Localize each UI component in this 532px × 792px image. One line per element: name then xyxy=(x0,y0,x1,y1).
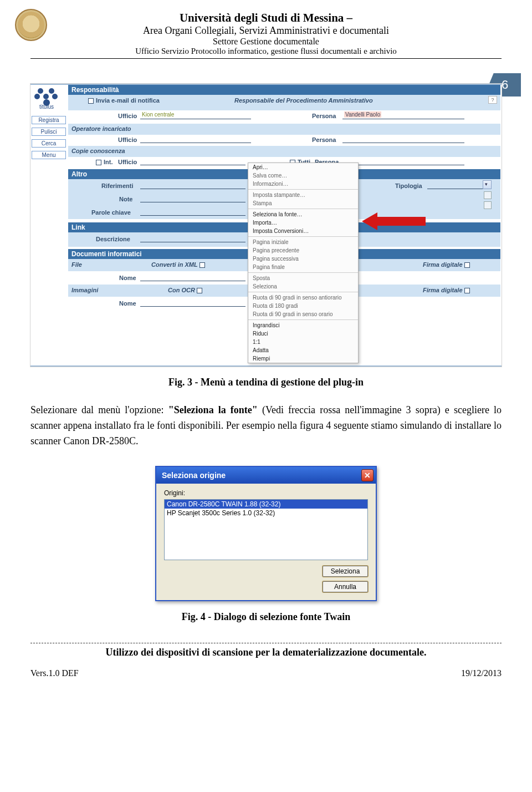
label-copie: Copie conoscenza xyxy=(71,148,125,154)
dialog-titlebar: Seleziona origine ✕ xyxy=(156,467,376,484)
footer-date: 19/12/2013 xyxy=(461,668,502,678)
header-rule xyxy=(30,58,502,59)
footer-version: Vers.1.0 DEF xyxy=(30,668,79,678)
annulla-button[interactable]: Annulla xyxy=(323,581,368,592)
body-paragraph: Selezionare dal menù l'opzione: "Selezio… xyxy=(30,403,502,449)
label-rpa: Responsabile del Procedimento Amministra… xyxy=(234,97,373,104)
field-parole[interactable] xyxy=(140,208,245,216)
menu-item[interactable]: 1:1 xyxy=(248,338,358,346)
titulus-logo: titulus xyxy=(32,88,62,113)
label-ufficio-2: Ufficio xyxy=(118,136,137,143)
sidebar-button-registra[interactable]: Registra xyxy=(32,116,66,124)
header-line-2: Area Organi Collegiali, Servizi Amminist… xyxy=(30,25,502,37)
help-icon[interactable]: ? xyxy=(488,96,497,104)
menu-item[interactable]: Sposta xyxy=(248,274,358,282)
screenshot-titulus-form: titulus Registra Pulisci Cerca Menu Resp… xyxy=(30,84,502,367)
menu-item[interactable]: Stampa xyxy=(248,199,358,207)
screenshot-seleziona-origine-dialog: Seleziona origine ✕ Origini: Canon DR-25… xyxy=(155,466,377,601)
dialog-title: Seleziona origine xyxy=(162,471,226,480)
university-seal-icon xyxy=(15,9,47,41)
label-descrizione: Descrizione xyxy=(96,236,130,242)
footer-title: Utilizzo dei dispositivi di scansione pe… xyxy=(30,647,502,658)
label-file: File xyxy=(71,261,82,268)
label-ufficio-1: Ufficio xyxy=(118,113,137,119)
field-persona-2[interactable] xyxy=(342,135,464,143)
field-tipologia[interactable] xyxy=(427,181,483,189)
label-immagini: Immagini xyxy=(71,287,98,293)
close-icon: ✕ xyxy=(364,471,371,480)
label-parole: Parole chiave xyxy=(91,209,131,216)
menu-item[interactable]: Pagina iniziale xyxy=(248,238,358,246)
field-descrizione[interactable] xyxy=(140,235,245,242)
plugin-context-menu[interactable]: Apri… Salva come… Informazioni… Imposta … xyxy=(248,163,359,363)
field-ufficio-3[interactable] xyxy=(140,158,245,165)
field-note[interactable] xyxy=(140,195,245,202)
seleziona-button[interactable]: Seleziona xyxy=(323,566,368,577)
label-persona-2: Persona xyxy=(312,136,336,143)
header-line-1: Università degli Studi di Messina – xyxy=(30,11,502,25)
menu-item[interactable]: Adatta xyxy=(248,346,358,354)
label-riferimenti: Riferimenti xyxy=(101,182,133,189)
menu-item[interactable]: Importa… xyxy=(248,219,358,227)
menu-item[interactable]: Ruota di 90 gradi in senso antiorario xyxy=(248,293,358,302)
label-tipologia: Tipologia xyxy=(395,182,422,189)
field-ufficio-2[interactable] xyxy=(140,135,251,143)
dialog-close-button[interactable]: ✕ xyxy=(361,469,374,481)
document-header: Università degli Studi di Messina – Area… xyxy=(30,11,502,59)
chk-notifica[interactable]: Invia e-mail di notifica xyxy=(88,97,160,104)
label-note: Note xyxy=(119,196,132,202)
chk-int[interactable]: Int. xyxy=(96,159,113,165)
header-line-4: Ufficio Servizio Protocollo informatico,… xyxy=(30,47,502,56)
row-operatore xyxy=(68,124,500,135)
sidebar-button-cerca[interactable]: Cerca xyxy=(32,139,66,148)
figure-3-caption: Fig. 3 - Menù a tendina di gestione del … xyxy=(30,377,502,388)
tipologia-dropdown-icon[interactable] xyxy=(483,180,492,189)
menu-item[interactable]: Informazioni… xyxy=(248,180,358,188)
sidebar-button-menu[interactable]: Menu xyxy=(32,151,66,159)
header-line-3: Settore Gestione documentale xyxy=(30,37,502,47)
label-ufficio-3: Ufficio xyxy=(118,159,137,165)
chk-xml[interactable]: Converti in XML xyxy=(151,261,207,268)
row-copie xyxy=(68,146,500,157)
sidebar-button-pulisci[interactable]: Pulisci xyxy=(32,128,66,136)
note-scroll-up-icon[interactable] xyxy=(484,191,492,199)
list-item[interactable]: Canon DR-2580C TWAIN 1.88 (32-32) xyxy=(165,500,367,509)
figure-4-caption: Fig. 4 - Dialogo di selezione fonte Twai… xyxy=(30,611,502,623)
label-origini: Origini: xyxy=(164,489,368,497)
field-nome-2[interactable] xyxy=(140,299,245,307)
field-riferimenti[interactable] xyxy=(140,181,245,189)
menu-item[interactable]: Salva come… xyxy=(248,171,358,180)
chk-ocr[interactable]: Con OCR xyxy=(168,287,204,293)
footer-separator xyxy=(30,643,502,643)
field-nome-1[interactable] xyxy=(140,273,245,281)
chk-firma-2[interactable]: Firma digitale xyxy=(423,287,472,293)
menu-item[interactable]: Imposta stampante… xyxy=(248,191,358,199)
note-scroll-down-icon[interactable] xyxy=(484,201,492,209)
bold-seleziona-fonte: "Seleziona la fonte" xyxy=(168,404,258,415)
list-item[interactable]: HP Scanjet 3500c Series 1.0 (32-32) xyxy=(165,509,367,517)
origins-listbox[interactable]: Canon DR-2580C TWAIN 1.88 (32-32) HP Sca… xyxy=(164,499,368,560)
menu-item[interactable]: Pagina successiva xyxy=(248,255,358,263)
menu-item[interactable]: Pagina precedente xyxy=(248,246,358,255)
label-operatore: Operatore incaricato xyxy=(71,125,131,132)
label-nome-2: Nome xyxy=(119,300,136,307)
label-nome-1: Nome xyxy=(119,275,136,281)
section-responsabilita-title: Responsabilità xyxy=(68,85,500,95)
menu-item[interactable]: Pagina finale xyxy=(248,263,358,271)
menu-item-seleziona-fonte[interactable]: Seleziona la fonte… xyxy=(248,210,358,219)
page-number: 6 xyxy=(502,78,508,92)
menu-item[interactable]: Ingrandisci xyxy=(248,321,358,329)
chk-firma-1[interactable]: Firma digitale xyxy=(423,261,472,268)
menu-item[interactable]: Riempi xyxy=(248,354,358,363)
menu-item[interactable]: Seleziona xyxy=(248,282,358,291)
value-persona-1: Vandelli Paolo xyxy=(344,111,381,118)
menu-item[interactable]: Apri… xyxy=(248,163,358,171)
label-persona-1: Persona xyxy=(312,113,336,119)
value-ufficio-1: Kion centrale xyxy=(142,111,174,118)
menu-item[interactable]: Imposta Conversioni… xyxy=(248,227,358,235)
menu-item[interactable]: Ruota di 90 gradi in senso orario xyxy=(248,310,358,318)
menu-item[interactable]: Ruota di 180 gradi xyxy=(248,302,358,310)
red-arrow-annotation-icon xyxy=(362,212,426,230)
menu-item[interactable]: Riduci xyxy=(248,329,358,338)
field-persona-3[interactable] xyxy=(345,158,464,165)
